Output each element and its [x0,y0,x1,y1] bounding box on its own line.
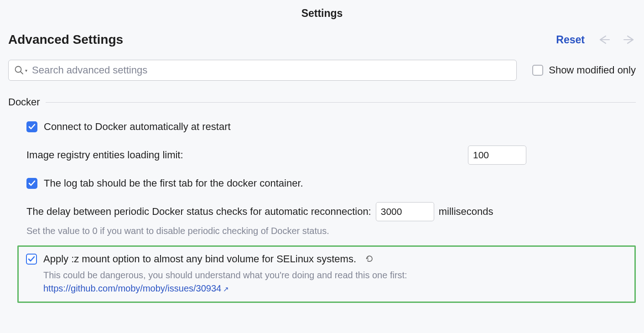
registry-limit-input[interactable] [468,146,526,165]
search-dropdown-icon[interactable]: ▾ [25,68,27,73]
log-tab-label: The log tab should be the first tab for … [44,177,303,189]
page-title: Advanced Settings [8,32,123,47]
show-modified-checkbox[interactable] [532,65,543,76]
selinux-checkbox[interactable] [26,254,37,265]
setting-registry-limit: Image registry entities loading limit: [26,146,636,165]
status-check-hint: Set the value to 0 if you want to disabl… [26,226,636,236]
search-input[interactable] [30,64,511,76]
section-divider [46,102,636,103]
selinux-warning: This could be dangerous, you should unde… [43,269,627,295]
external-link-icon: ↗ [223,285,229,293]
search-field-wrapper[interactable]: ▾ [8,60,517,81]
selinux-link[interactable]: https://github.com/moby/moby/issues/3093… [43,283,221,293]
dialog-title: Settings [8,0,636,32]
search-icon [14,65,24,75]
show-modified-label: Show modified only [549,64,636,76]
status-check-label: The delay between periodic Docker status… [26,206,371,218]
setting-auto-connect[interactable]: Connect to Docker automatically at resta… [26,121,636,133]
setting-status-check: The delay between periodic Docker status… [26,202,636,221]
status-check-unit: milliseconds [439,206,493,218]
setting-log-tab-first[interactable]: The log tab should be the first tab for … [26,177,636,189]
section-label: Docker [8,96,40,108]
selinux-label: Apply :z mount option to almost any bind… [43,253,356,265]
setting-selinux[interactable]: Apply :z mount option to almost any bind… [26,253,627,265]
back-arrow-icon[interactable] [597,35,610,44]
auto-connect-label: Connect to Docker automatically at resta… [44,121,231,133]
reset-button[interactable]: Reset [556,34,585,46]
registry-limit-label: Image registry entities loading limit: [26,149,183,161]
svg-line-3 [21,72,23,74]
status-check-input[interactable] [376,202,434,221]
show-modified-only[interactable]: Show modified only [532,64,636,76]
header-actions: Reset [556,34,636,46]
undo-icon[interactable] [364,254,374,264]
setting-selinux-highlighted: Apply :z mount option to almost any bind… [17,245,636,303]
header-row: Advanced Settings Reset [8,32,636,47]
search-row: ▾ Show modified only [8,60,636,81]
auto-connect-checkbox[interactable] [26,121,37,132]
section-header-docker: Docker [8,96,636,108]
forward-arrow-icon[interactable] [623,35,636,44]
log-tab-checkbox[interactable] [26,178,37,189]
docker-settings: Connect to Docker automatically at resta… [8,121,636,303]
